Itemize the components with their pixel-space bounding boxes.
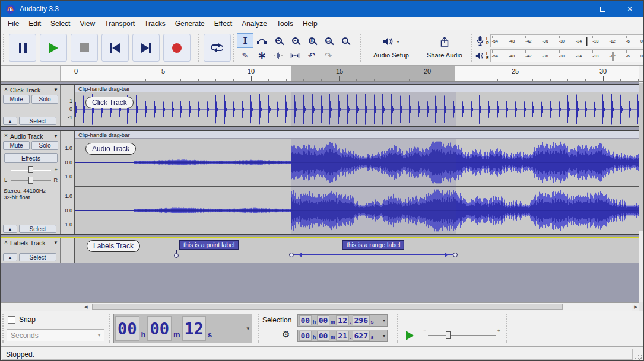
minimize-button[interactable]	[561, 1, 589, 17]
track-menu-chevron-icon[interactable]: ▼	[53, 87, 58, 92]
close-track-button[interactable]: ×	[2, 86, 9, 93]
time-part[interactable]: .	[349, 330, 352, 341]
selection-tool-button[interactable]: I	[237, 33, 253, 48]
gain-slider[interactable]: – +	[4, 166, 58, 174]
play-button[interactable]	[40, 34, 67, 62]
zoom-in-button[interactable]: +	[270, 33, 287, 48]
toolbar-grip[interactable]	[471, 34, 474, 62]
playback-volume-slider[interactable]	[612, 52, 614, 61]
trim-audio-button[interactable]	[270, 48, 287, 63]
envelope-tool-button[interactable]	[253, 33, 270, 48]
close-button[interactable]: ×	[616, 1, 643, 17]
select-track-button[interactable]: Select	[19, 253, 56, 261]
mute-button[interactable]: Mute	[3, 141, 30, 150]
labels-track-panel[interactable]: × Labels Track ▼ ▲ Select	[1, 238, 61, 263]
time-part[interactable]: s	[370, 315, 374, 326]
track-menu-chevron-icon[interactable]: ▼	[53, 240, 58, 245]
click-track-content[interactable]: Clip-handle drag-bar Click Track	[75, 85, 639, 126]
mute-button[interactable]: Mute	[3, 95, 30, 104]
menu-item[interactable]: Help	[298, 18, 322, 30]
silence-audio-button[interactable]	[287, 48, 303, 63]
menu-item[interactable]: Tools	[272, 18, 298, 30]
toolbar-grip[interactable]	[258, 314, 261, 343]
time-part[interactable]: 00	[147, 316, 172, 341]
toolbar-grip[interactable]	[3, 34, 5, 62]
horizontal-scrollbar-thumb[interactable]	[92, 304, 563, 310]
range-label-text[interactable]: this is a range label	[342, 240, 404, 250]
close-track-button[interactable]: ×	[2, 239, 9, 246]
solo-button[interactable]: Solo	[31, 95, 58, 104]
time-part[interactable]: 12	[182, 316, 207, 341]
vertical-scrollbar[interactable]	[639, 82, 643, 302]
selection-start-field[interactable]: 00h00m12.296s ▾	[297, 314, 388, 327]
time-part[interactable]: 00	[317, 315, 330, 325]
toolbar-grip[interactable]	[360, 34, 363, 62]
redo-button[interactable]: ↷	[320, 48, 337, 63]
point-label-text[interactable]: this is a point label	[179, 240, 239, 250]
track-name[interactable]: Click Track	[10, 87, 40, 94]
collapse-track-button[interactable]: ▲	[3, 117, 17, 125]
time-part[interactable]: h	[312, 315, 317, 326]
point-label-handle[interactable]	[174, 253, 179, 258]
skip-to-start-button[interactable]	[101, 34, 129, 62]
share-audio-button[interactable]: Share Audio	[421, 34, 468, 62]
labels-track-content[interactable]: Labels Track this is a point label this …	[75, 238, 639, 263]
track-menu-chevron-icon[interactable]: ▼	[53, 133, 58, 139]
time-part[interactable]: 00	[115, 316, 139, 341]
menu-item[interactable]: View	[75, 18, 100, 30]
play-speed-slider-track[interactable]	[428, 335, 496, 336]
recording-meter-scale[interactable]: -54-48-42-36-30-24-18-12-60	[490, 34, 644, 47]
timeline-ruler[interactable]: 0 5 10 15 20 25 30	[60, 66, 639, 81]
time-part[interactable]: 00	[299, 315, 312, 325]
multi-tool-button[interactable]: ∗	[253, 48, 270, 63]
selection-settings-gear-icon[interactable]: ⚙	[282, 329, 290, 340]
range-label-handle-end[interactable]	[453, 253, 458, 257]
track-name[interactable]: Labels Track	[10, 239, 46, 247]
select-track-button[interactable]: Select	[19, 117, 56, 125]
pan-slider-thumb[interactable]	[28, 177, 33, 184]
menu-item[interactable]: Tracks	[139, 18, 170, 30]
loop-button[interactable]	[204, 34, 231, 62]
time-part[interactable]: 627	[353, 331, 370, 341]
time-part[interactable]: h	[312, 330, 317, 341]
audio-track-content[interactable]: Clip-handle drag-bar Audio Track	[75, 131, 639, 234]
selection-end-field[interactable]: 00h00m21.627s ▾	[297, 330, 388, 342]
close-track-button[interactable]: ×	[2, 132, 9, 139]
recording-meter[interactable]: LR -54-48-42-36-30-24-18-12-60	[475, 34, 644, 48]
time-format-chevron-icon[interactable]: ▾	[382, 330, 386, 341]
pause-button[interactable]	[9, 34, 36, 62]
menu-item[interactable]: Analyze	[237, 18, 272, 30]
menu-item[interactable]: Generate	[170, 18, 210, 30]
collapse-track-button[interactable]: ▲	[3, 253, 17, 261]
toolbar-grip[interactable]	[397, 314, 399, 343]
audio-setup-button[interactable]: ▾ Audio Setup	[366, 34, 416, 62]
vertical-scrollbar-thumb[interactable]	[639, 83, 643, 231]
horizontal-scrollbar-track[interactable]	[90, 303, 632, 311]
time-part[interactable]: .	[349, 315, 352, 326]
time-part[interactable]: m	[330, 315, 336, 326]
track-name[interactable]: Audio Track	[10, 133, 43, 140]
time-part[interactable]: h	[140, 315, 147, 342]
time-part[interactable]: 00	[317, 331, 330, 341]
click-track-vertical-ruler[interactable]: 1 0 -1	[61, 85, 75, 126]
menu-item[interactable]: File	[3, 18, 24, 30]
time-part[interactable]: m	[172, 315, 182, 342]
toolbar-grip[interactable]	[109, 314, 111, 343]
time-part[interactable]: s	[370, 330, 374, 341]
audio-track-panel[interactable]: × Audio Track ▼ Mute Solo Effects – + L …	[1, 131, 61, 234]
click-track-panel[interactable]: × Click Track ▼ Mute Solo ▲ Select	[1, 85, 61, 126]
audio-track-vertical-ruler[interactable]: 1.0 0.0 -1.0 1.0 0.0 -1.0	[61, 131, 75, 234]
toolbar-grip[interactable]	[233, 34, 236, 62]
solo-button[interactable]: Solo	[31, 141, 58, 150]
horizontal-scrollbar[interactable]: ◀ ▶	[82, 303, 640, 311]
clip-drag-bar[interactable]: Clip-handle drag-bar	[75, 85, 639, 92]
range-label-bar[interactable]	[294, 254, 453, 255]
time-part[interactable]: 12	[336, 315, 349, 325]
snap-checkbox[interactable]	[8, 316, 15, 324]
time-part[interactable]: m	[330, 330, 336, 341]
play-speed-slider-thumb[interactable]	[446, 331, 451, 339]
clip-drag-bar[interactable]: Clip-handle drag-bar	[75, 131, 639, 139]
effects-button[interactable]: Effects	[4, 153, 58, 163]
menu-item[interactable]: Edit	[24, 18, 46, 30]
time-part[interactable]: 296	[353, 315, 370, 325]
